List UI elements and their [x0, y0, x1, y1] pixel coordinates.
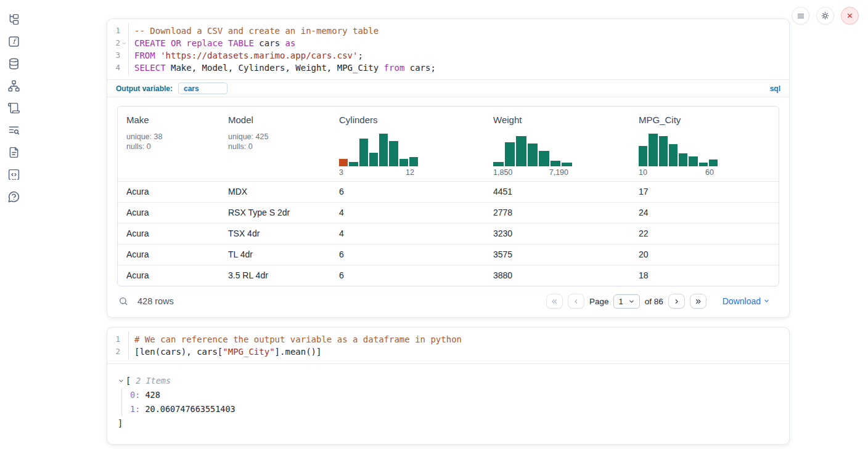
- output-variable-bar: Output variable: sql: [107, 79, 789, 97]
- column-header-Make[interactable]: Makeunique: 38nulls: 0: [118, 107, 219, 182]
- table-cell: Acura: [118, 265, 219, 286]
- sidebar-file-explorer-icon[interactable]: [7, 13, 20, 26]
- column-name: Weight: [493, 115, 621, 125]
- fold-chevron-icon[interactable]: [120, 39, 128, 47]
- column-name: Cylinders: [339, 115, 476, 125]
- sidebar-datasources-icon[interactable]: [7, 57, 20, 70]
- histogram-bar: [369, 153, 378, 166]
- table-cell: 3.5 RL 4dr: [219, 265, 330, 286]
- table-cell: 4: [330, 203, 485, 223]
- python-cell-output: [ 2 Items 0: 4281: 20.060747663551403 ]: [107, 363, 789, 444]
- code-line[interactable]: 2[len(cars), cars["MPG_City"].mean()]: [107, 346, 789, 358]
- code-line[interactable]: 4SELECT Make, Model, Cylinders, Weight, …: [107, 62, 789, 74]
- line-number: 1: [107, 333, 128, 346]
- column-name: Model: [228, 115, 322, 125]
- open-bracket: [: [126, 374, 131, 387]
- table-cell: Acura: [118, 182, 219, 202]
- pagination: Page 1 of 86: [546, 294, 706, 309]
- histogram-bar: [505, 142, 515, 166]
- table-cell: 22: [630, 224, 779, 244]
- sidebar-scratchpad-icon[interactable]: [7, 102, 20, 115]
- prev-page-button[interactable]: [568, 294, 584, 309]
- fold-spacer: [120, 64, 128, 71]
- table-cell: Acura: [118, 203, 219, 223]
- histogram-bar: [379, 134, 388, 166]
- fold-spacer: [120, 27, 128, 34]
- table-cell: TL 4dr: [219, 245, 330, 265]
- column-header-MPG_City[interactable]: MPG_City1060: [630, 107, 779, 182]
- table-cell: 24: [630, 203, 779, 223]
- table-cell: 4: [330, 224, 485, 244]
- code-line[interactable]: 1# We can reference the output variable …: [107, 333, 789, 346]
- table-cell: 3880: [485, 265, 630, 286]
- axis-min-label: 10: [639, 168, 647, 177]
- histogram-bar: [639, 146, 647, 166]
- table-row[interactable]: Acura3.5 RL 4dr6388018: [118, 265, 779, 286]
- sql-cell-output: Makeunique: 38nulls: 0Modelunique: 425nu…: [107, 97, 789, 317]
- next-page-button[interactable]: [668, 294, 685, 309]
- histogram-bar: [349, 162, 358, 166]
- sql-code-editor[interactable]: 1-- Download a CSV and create an in-memo…: [107, 19, 789, 79]
- histogram-bars: [493, 134, 572, 166]
- menu-button[interactable]: [792, 7, 809, 25]
- output-variable-label: Output variable:: [116, 84, 173, 93]
- settings-button[interactable]: [816, 7, 834, 25]
- column-header-Model[interactable]: Modelunique: 425nulls: 0: [219, 107, 330, 182]
- histogram-bar: [562, 163, 572, 166]
- table-header: Makeunique: 38nulls: 0Modelunique: 425nu…: [118, 107, 779, 182]
- table-body: AcuraMDX6445117AcuraRSX Type S 2dr427782…: [118, 182, 779, 286]
- code-line[interactable]: 2CREATE OR replace TABLE cars as: [107, 37, 789, 49]
- table-row[interactable]: AcuraMDX6445117: [118, 182, 779, 203]
- sidebar-help-icon[interactable]: [7, 190, 20, 203]
- histogram-bar: [399, 159, 408, 166]
- table-row[interactable]: AcuraTL 4dr6357520: [118, 245, 779, 265]
- histogram-bar: [516, 136, 526, 166]
- collapse-chevron-icon[interactable]: [118, 378, 126, 384]
- last-page-button[interactable]: [690, 294, 706, 309]
- search-icon[interactable]: [118, 296, 129, 307]
- column-header-Cylinders[interactable]: Cylinders312: [330, 107, 485, 182]
- data-table: Makeunique: 38nulls: 0Modelunique: 425nu…: [117, 106, 779, 286]
- code-line[interactable]: 3FROM 'https://datasets.marimo.app/cars.…: [107, 49, 789, 62]
- output-variable-input[interactable]: [178, 83, 227, 94]
- language-badge: sql: [770, 84, 780, 93]
- axis-max-label: 60: [705, 168, 714, 177]
- code-text: FROM 'https://datasets.marimo.app/cars.c…: [128, 49, 363, 62]
- sidebar-dependency-graph-icon[interactable]: [7, 79, 20, 92]
- first-page-button[interactable]: [546, 294, 563, 309]
- histogram-axis-labels: 1060: [639, 168, 718, 177]
- table-cell: 6: [330, 265, 485, 286]
- histogram-bar: [709, 160, 718, 166]
- chevron-down-icon: [628, 298, 635, 305]
- column-header-Weight[interactable]: Weight1,8507,190: [485, 107, 630, 182]
- shutdown-button[interactable]: [841, 7, 859, 25]
- python-code-editor[interactable]: 1# We can reference the output variable …: [107, 328, 789, 363]
- table-cell: RSX Type S 2dr: [219, 203, 330, 223]
- download-button[interactable]: Download: [723, 296, 770, 306]
- sidebar-snippets-icon[interactable]: [7, 168, 20, 181]
- line-number: 3: [107, 49, 128, 62]
- table-row[interactable]: AcuraRSX Type S 2dr4277824: [118, 203, 779, 224]
- code-line[interactable]: 1-- Download a CSV and create an in-memo…: [107, 25, 789, 37]
- list-output-items: 0: 4281: 20.060747663551403: [121, 388, 779, 416]
- close-bracket: ]: [118, 417, 779, 429]
- download-label: Download: [723, 296, 761, 306]
- row-count: 428 rows: [137, 296, 174, 306]
- svg-text:f: f: [12, 37, 17, 46]
- line-number: 4: [107, 62, 128, 74]
- page-select[interactable]: 1: [613, 294, 639, 309]
- histogram-bar: [539, 151, 549, 166]
- column-histogram: 312: [339, 134, 418, 177]
- notebook-actions: [792, 7, 859, 25]
- sidebar-documentation-icon[interactable]: [7, 146, 20, 159]
- sidebar-logs-icon[interactable]: [7, 124, 20, 137]
- histogram-bar: [409, 157, 418, 166]
- table-row[interactable]: AcuraTSX 4dr4323022: [118, 224, 779, 245]
- table-cell: 3230: [485, 224, 630, 244]
- sidebar-variables-icon[interactable]: f: [7, 35, 20, 48]
- line-number: 2: [107, 37, 128, 49]
- table-cell: MDX: [219, 182, 330, 202]
- histogram-bars: [639, 134, 718, 166]
- item-index: 1:: [130, 404, 140, 414]
- line-number: 1: [107, 25, 128, 37]
